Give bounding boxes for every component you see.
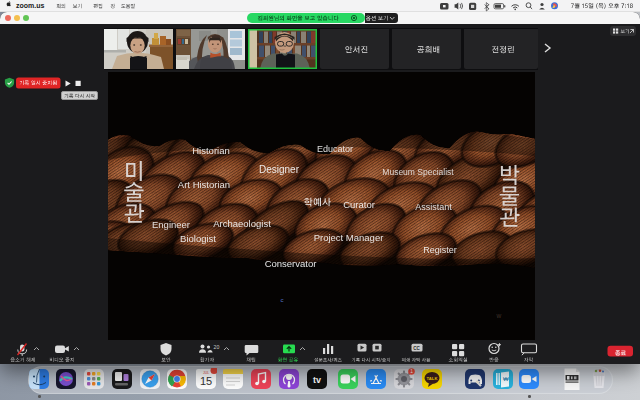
svg-text:20: 20 xyxy=(214,344,220,350)
svg-text:CC: CC xyxy=(413,346,420,351)
